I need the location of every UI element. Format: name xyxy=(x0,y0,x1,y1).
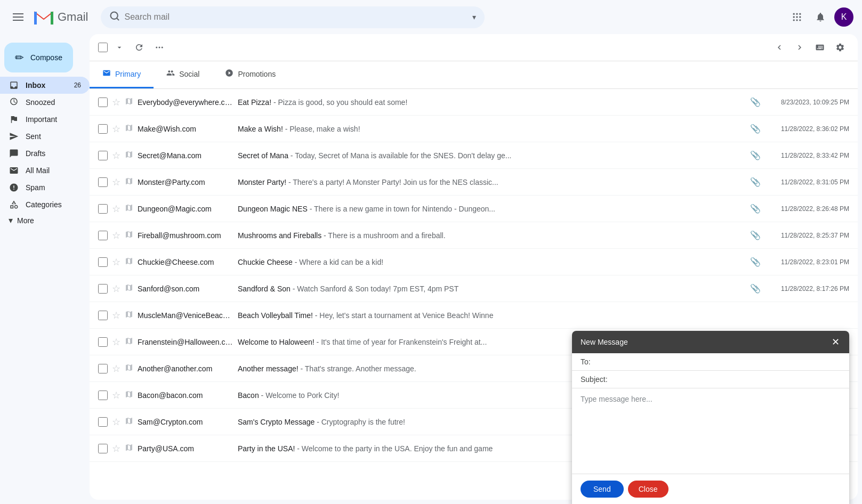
email-checkbox[interactable] xyxy=(98,231,108,240)
tag-button[interactable] xyxy=(125,124,133,134)
tag-button[interactable] xyxy=(125,150,133,161)
email-sender: Make@Wish.com xyxy=(138,125,233,133)
star-button[interactable]: ☆ xyxy=(112,123,120,135)
star-button[interactable]: ☆ xyxy=(112,230,120,241)
apps-button[interactable] xyxy=(787,7,807,27)
star-button[interactable]: ☆ xyxy=(112,283,120,295)
tag-button[interactable] xyxy=(125,443,133,454)
next-page-button[interactable] xyxy=(791,38,809,56)
toolbar-right xyxy=(770,38,849,56)
email-subject: Beach Volleyball Time! xyxy=(238,311,313,320)
search-icon xyxy=(109,11,120,24)
close-compose-button[interactable]: Close xyxy=(628,481,668,498)
email-checkbox[interactable] xyxy=(98,177,108,187)
tag-button[interactable] xyxy=(125,204,133,214)
all-mail-icon xyxy=(9,166,19,175)
svg-point-10 xyxy=(799,16,801,18)
email-checkbox[interactable] xyxy=(98,444,108,453)
sidebar-item-all-mail[interactable]: All Mail xyxy=(0,162,90,179)
tag-button[interactable] xyxy=(125,363,133,374)
email-row[interactable]: ☆ MuscleMan@VeniceBeach.com Beach Volley… xyxy=(90,302,858,329)
email-row[interactable]: ☆ Monster@Party.com Monster Party! - The… xyxy=(90,169,858,196)
compose-close-button[interactable]: ✕ xyxy=(831,335,841,349)
tab-primary[interactable]: Primary xyxy=(90,61,154,88)
drafts-icon xyxy=(9,149,19,158)
select-dropdown-button[interactable] xyxy=(112,40,127,55)
tab-promotions[interactable]: Promotions xyxy=(212,61,288,88)
refresh-button[interactable] xyxy=(131,39,147,55)
email-row[interactable]: ☆ Chuckie@Cheese.com Chuckie Cheese - Wh… xyxy=(90,249,858,275)
search-bar: ▾ xyxy=(101,6,485,28)
tag-button[interactable] xyxy=(125,337,133,347)
star-button[interactable]: ☆ xyxy=(112,176,120,188)
notifications-button[interactable] xyxy=(811,7,830,27)
email-checkbox[interactable] xyxy=(98,204,108,214)
more-options-button[interactable] xyxy=(151,39,167,55)
compose-to-input[interactable] xyxy=(606,357,841,366)
tag-button[interactable] xyxy=(125,310,133,321)
settings-button[interactable] xyxy=(831,38,849,56)
email-checkbox[interactable] xyxy=(98,417,108,427)
email-checkbox[interactable] xyxy=(98,337,108,347)
compose-header[interactable]: New Message ✕ xyxy=(572,331,849,353)
select-all-checkbox[interactable] xyxy=(98,43,108,52)
star-button[interactable]: ☆ xyxy=(112,416,120,428)
sidebar-item-important[interactable]: Important xyxy=(0,111,90,128)
search-dropdown-icon[interactable]: ▾ xyxy=(472,13,476,21)
email-checkbox[interactable] xyxy=(98,97,108,107)
tag-button[interactable] xyxy=(125,230,133,241)
email-date: 11/28/2022, 8:33:42 PM xyxy=(769,152,849,159)
star-button[interactable]: ☆ xyxy=(112,96,120,108)
tag-button[interactable] xyxy=(125,177,133,188)
email-checkbox[interactable] xyxy=(98,311,108,320)
sidebar-item-inbox[interactable]: Inbox 26 xyxy=(0,77,90,94)
email-row[interactable]: ☆ Sanford@son.com Sandford & Son - Watch… xyxy=(90,275,858,302)
tab-social[interactable]: Social xyxy=(154,61,212,88)
compose-message-area[interactable]: Type message here... xyxy=(572,388,849,474)
email-checkbox[interactable] xyxy=(98,284,108,294)
menu-button[interactable] xyxy=(9,9,28,25)
email-checkbox[interactable] xyxy=(98,391,108,400)
compose-subject-label: Subject: xyxy=(581,375,608,384)
star-button[interactable]: ☆ xyxy=(112,336,120,348)
email-checkbox[interactable] xyxy=(98,364,108,373)
send-button[interactable]: Send xyxy=(581,481,624,498)
keyboard-shortcuts-button[interactable] xyxy=(811,38,829,56)
email-checkbox[interactable] xyxy=(98,257,108,267)
search-input[interactable] xyxy=(124,12,468,22)
star-button[interactable]: ☆ xyxy=(112,443,120,454)
avatar[interactable]: K xyxy=(834,7,853,27)
email-row[interactable]: ☆ Secret@Mana.com Secret of Mana - Today… xyxy=(90,142,858,169)
sidebar-item-categories[interactable]: Categories xyxy=(0,196,90,213)
compose-button[interactable]: ✏ Compose xyxy=(4,43,73,72)
spam-icon xyxy=(9,183,19,192)
star-button[interactable]: ☆ xyxy=(112,256,120,268)
email-row[interactable]: ☆ Make@Wish.com Make a Wish! - Please, m… xyxy=(90,116,858,142)
email-preview: - Welcome to the party in the USA. Enjoy… xyxy=(297,444,493,453)
sidebar-item-sent[interactable]: Sent xyxy=(0,128,90,145)
prev-page-button[interactable] xyxy=(770,38,788,56)
email-preview: - Pizza is good, so you should eat some! xyxy=(273,98,407,107)
email-row[interactable]: ☆ Everybody@everywhere.com Eat Pizza! - … xyxy=(90,89,858,116)
sidebar-item-spam[interactable]: Spam xyxy=(0,179,90,196)
email-checkbox[interactable] xyxy=(98,151,108,160)
tag-button[interactable] xyxy=(125,257,133,267)
tag-button[interactable] xyxy=(125,283,133,294)
star-button[interactable]: ☆ xyxy=(112,150,120,161)
tag-button[interactable] xyxy=(125,97,133,108)
sidebar-item-more[interactable]: ▾ More xyxy=(0,213,90,227)
star-button[interactable]: ☆ xyxy=(112,310,120,321)
tag-button[interactable] xyxy=(125,417,133,427)
star-button[interactable]: ☆ xyxy=(112,363,120,375)
star-button[interactable]: ☆ xyxy=(112,389,120,401)
email-checkbox[interactable] xyxy=(98,124,108,134)
compose-subject-input[interactable] xyxy=(612,375,841,384)
sidebar-item-snoozed[interactable]: Snoozed xyxy=(0,94,90,111)
email-subject-preview: Monster Party! - There's a party! A Mons… xyxy=(238,178,742,186)
tag-button[interactable] xyxy=(125,390,133,401)
sidebar-item-drafts[interactable]: Drafts xyxy=(0,145,90,162)
email-subject: Chuckie Cheese xyxy=(238,258,293,266)
email-row[interactable]: ☆ Dungeon@Magic.com Dungeon Magic NES - … xyxy=(90,196,858,222)
email-row[interactable]: ☆ Fireball@mushroom.com Mushrooms and Fi… xyxy=(90,222,858,249)
star-button[interactable]: ☆ xyxy=(112,203,120,215)
